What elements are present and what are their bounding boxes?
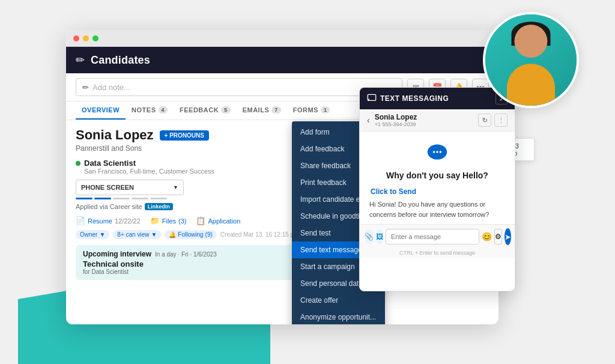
browser-chrome: [66, 30, 498, 47]
click-to-send[interactable]: Click to Send: [369, 187, 505, 196]
feedback-badge: 5: [221, 106, 231, 114]
back-chevron-icon[interactable]: ‹: [367, 115, 370, 125]
application-icon: 📋: [196, 216, 205, 225]
resume-link[interactable]: 📄 Resume 12/22/22: [76, 216, 141, 225]
owner-chevron-icon: ▼: [99, 231, 105, 238]
add-note-input[interactable]: ✏ Add note...: [76, 78, 402, 96]
pencil-icon: ✏: [82, 83, 89, 92]
msg-contact-name: Sonia Lopez: [375, 113, 478, 121]
message-input[interactable]: [386, 229, 479, 244]
files-count: (3): [178, 217, 186, 225]
created-label: Created Mar 13, 16 12:15 pm: [220, 231, 299, 238]
close-dot[interactable]: [73, 35, 79, 41]
candidate-name: Sonia Lopez: [76, 127, 154, 143]
resume-date: 12/22/22: [115, 217, 141, 225]
msg-body: Why don't you say Hello? Click to Send H…: [360, 132, 515, 224]
forms-badge: 1: [321, 106, 330, 114]
preview-text: Hi Sonia! Do you have any questions or c…: [369, 199, 505, 219]
stage-dot-4: [132, 198, 148, 199]
view-badge[interactable]: 8+ can view ▼: [113, 230, 161, 239]
files-link[interactable]: 📁 Files (3): [150, 216, 187, 225]
settings-icon[interactable]: ⚙: [494, 229, 502, 244]
application-label: Application: [208, 217, 240, 225]
svg-point-3: [433, 151, 435, 153]
msg-sub-header: ‹ Sonia Lopez +1 555-394-2039 ↻ ⋮: [360, 109, 515, 132]
stage-dot-3: [113, 198, 130, 199]
interview-date: In a day · Fri · 1/6/2023: [155, 251, 217, 258]
person-body: [507, 64, 555, 106]
text-messaging-panel: TEXT MESSAGING ⤢ ‹ Sonia Lopez +1 555-39…: [359, 87, 515, 291]
files-label: Files: [162, 217, 176, 225]
applied-text: Applied via Career site: [76, 203, 142, 210]
msg-panel-title: TEXT MESSAGING: [380, 94, 449, 103]
msg-hint: CTRL + Enter to send message: [360, 249, 515, 258]
stage-dot-1: [76, 198, 92, 199]
msg-actions: ↻ ⋮: [478, 114, 507, 127]
svg-point-5: [440, 151, 442, 153]
chevron-down-icon: ▼: [173, 184, 178, 190]
menu-anonymize[interactable]: Anonymize opportunit...: [292, 309, 385, 324]
following-count: (9): [205, 231, 213, 238]
following-badge[interactable]: 🔔 Following (9): [165, 230, 216, 239]
view-chevron-icon: ▼: [151, 231, 157, 238]
tab-overview[interactable]: OVERVIEW: [76, 102, 126, 120]
view-label: 8+ can view: [117, 231, 149, 238]
msg-panel-header: TEXT MESSAGING ⤢: [360, 88, 515, 109]
msg-more-btn[interactable]: ⋮: [494, 114, 507, 127]
following-icon: 🔔: [169, 231, 176, 238]
attach-icon[interactable]: 📎: [365, 229, 374, 244]
tab-feedback[interactable]: FEEDBACK 5: [174, 102, 237, 120]
minimize-dot[interactable]: [83, 35, 89, 41]
files-icon: 📁: [150, 216, 160, 225]
tab-forms[interactable]: FORMS 1: [287, 102, 336, 120]
chat-bubble-icon: [369, 141, 505, 167]
send-button[interactable]: ➤: [504, 228, 511, 245]
following-label: Following: [178, 231, 203, 238]
msg-refresh-btn[interactable]: ↻: [478, 114, 491, 127]
linkedin-badge: LinkedIn: [145, 203, 173, 210]
tab-emails[interactable]: EMAILS 7: [237, 102, 287, 120]
app-title: Candidates: [91, 54, 150, 67]
stage-dot-2: [94, 198, 111, 199]
owner-label: Owner: [80, 231, 97, 238]
notes-badge: 4: [159, 106, 168, 114]
interview-label: Upcoming interview: [83, 250, 151, 258]
resume-icon: 📄: [76, 216, 85, 225]
person-head: [515, 25, 548, 58]
person-figure: [495, 22, 567, 106]
job-title: Data Scientist: [84, 159, 136, 168]
resume-label: Resume: [88, 217, 112, 225]
owner-badge[interactable]: Owner ▼: [76, 230, 109, 239]
app-logo-icon: ✏: [76, 53, 85, 67]
stage-label: PHONE SCREEN: [81, 184, 134, 191]
hello-icon: [426, 141, 448, 163]
stage-dot-5: [150, 198, 167, 199]
add-note-placeholder: Add note...: [92, 83, 130, 92]
stage-select[interactable]: PHONE SCREEN ▼: [76, 180, 184, 195]
chat-icon: [367, 94, 377, 103]
emoji-icon[interactable]: 😊: [482, 232, 492, 241]
candidate-photo: [483, 12, 579, 108]
msg-input-bar: 📎 🖼 😊 ⚙ ➤: [360, 224, 515, 249]
msg-phone: +1 555-394-2039: [375, 121, 478, 127]
active-dot: [76, 161, 80, 166]
application-link[interactable]: 📋 Application: [196, 216, 240, 225]
expand-dot[interactable]: [92, 35, 98, 41]
pronouns-button[interactable]: + PRONOUNS: [160, 130, 209, 141]
image-icon[interactable]: 🖼: [376, 229, 383, 244]
svg-point-4: [436, 151, 438, 153]
menu-create-offer[interactable]: Create offer: [292, 292, 385, 309]
tab-notes[interactable]: NOTES 4: [126, 102, 174, 120]
emails-badge: 7: [271, 106, 281, 114]
app-header: ✏ Candidates: [66, 47, 498, 73]
photo-placeholder: [485, 14, 577, 106]
hello-text: Why don't you say Hello?: [369, 171, 505, 180]
